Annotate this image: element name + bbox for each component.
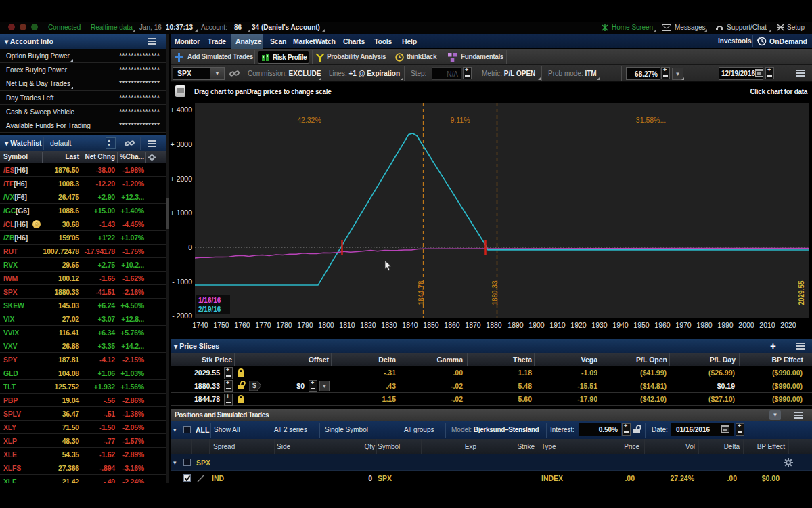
svg-text:$: $	[252, 382, 256, 389]
